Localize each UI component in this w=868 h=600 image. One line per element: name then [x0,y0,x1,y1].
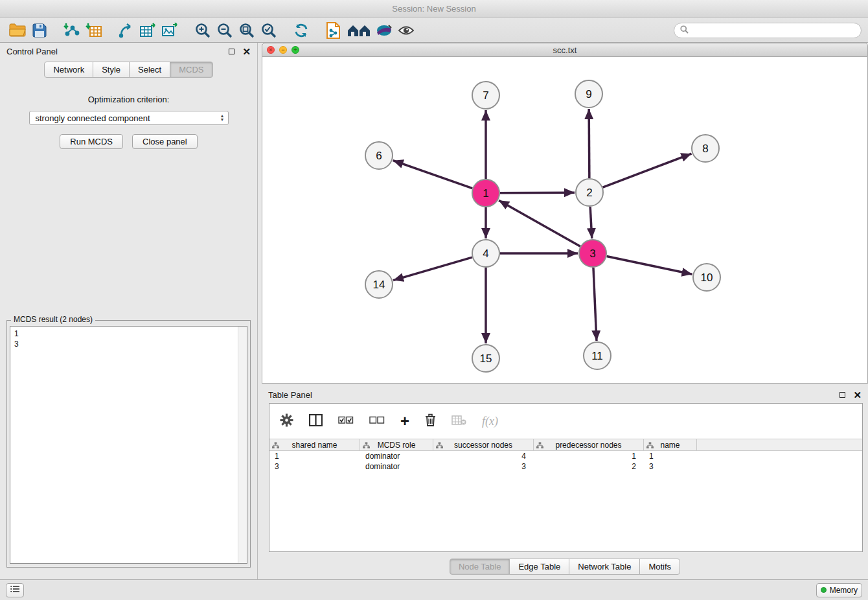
run-mcds-button[interactable]: Run MCDS [60,134,123,149]
float-panel-icon[interactable] [229,49,234,54]
graph-edge-1-2[interactable] [500,192,575,193]
tab-mcds[interactable]: MCDS [170,62,212,78]
zoom-in-icon[interactable] [192,20,214,41]
graph-node-label-2: 2 [586,187,592,199]
network-graph[interactable]: 7968124314101511 [262,57,867,383]
column-header-mcds-role[interactable]: MCDS role [360,439,433,450]
table-row[interactable]: 3dominator323 [269,461,862,472]
graph-node-label-4: 4 [483,248,488,260]
graph-edge-4-14[interactable] [393,257,472,280]
task-list-icon [10,585,19,595]
zoom-fit-icon[interactable] [236,20,258,41]
deselect-all-icon[interactable] [369,415,385,428]
first-neighbors-icon[interactable] [345,20,373,41]
open-folder-icon[interactable] [6,20,29,41]
export-image-icon[interactable] [159,20,181,41]
tab-network-table[interactable]: Network Table [569,559,640,575]
column-header-label: predecessor nodes [555,441,621,450]
network-window: scc.txt × − + 7968124314101511 [262,43,868,384]
network-document-icon[interactable] [323,20,345,41]
optimization-criterion-label: Optimization criterion: [0,95,257,104]
table-settings-gear-icon[interactable] [280,413,293,430]
control-panel-header: Control Panel ✕ [0,43,257,60]
style-brush-icon[interactable] [373,20,395,41]
tab-edge-table[interactable]: Edge Table [509,559,569,575]
table-cell-predecessor-nodes[interactable]: 1 [534,452,644,461]
graph-node-label-1: 1 [483,187,488,200]
float-table-panel-icon[interactable] [839,392,845,398]
import-network-icon[interactable] [61,20,83,41]
add-column-icon[interactable]: + [400,413,409,429]
tab-select[interactable]: Select [129,62,170,78]
show-columns-icon[interactable] [309,414,323,429]
save-icon[interactable] [29,20,51,41]
column-header-predecessor-nodes[interactable]: predecessor nodes [534,439,644,450]
table-toolbar: + f(x) [269,404,862,439]
close-table-panel-icon[interactable]: ✕ [853,390,862,400]
graph-edge-3-1[interactable] [499,200,580,246]
criterion-dropdown[interactable]: strongly connected component ▲▼ [29,111,229,125]
refresh-layout-icon[interactable] [290,20,312,41]
graph-edge-2-3[interactable] [590,207,592,238]
mcds-result-box[interactable]: 13 [10,326,247,564]
export-table-icon[interactable] [137,20,159,41]
search-box[interactable] [674,23,862,38]
zoom-selected-icon[interactable] [258,20,280,41]
graph-edge-3-11[interactable] [593,268,597,341]
table-cell-name[interactable]: 3 [644,462,697,471]
graph-node-label-15: 15 [480,352,492,365]
close-panel-button[interactable]: Close panel [132,134,198,149]
memory-button[interactable]: Memory [816,583,862,597]
graph-node-label-14: 14 [373,279,385,291]
network-canvas[interactable]: 7968124314101511 [262,57,868,384]
table-cell-name[interactable]: 1 [644,452,697,461]
table-cell-mcds-role[interactable]: dominator [360,452,433,461]
delete-column-icon[interactable] [425,413,436,430]
window-title: Session: New Session [392,4,475,14]
table-cell-shared-name[interactable]: 3 [269,462,360,471]
mcds-result-value: 3 [14,339,243,349]
control-panel-tabs: NetworkStyleSelectMCDS [0,62,257,78]
table-cell-predecessor-nodes[interactable]: 2 [534,462,644,471]
tab-node-table[interactable]: Node Table [450,559,510,575]
column-header-shared-name[interactable]: shared name [269,439,360,450]
close-panel-icon[interactable]: ✕ [242,47,251,56]
task-history-button[interactable] [6,583,24,597]
search-input[interactable] [692,25,855,35]
table-tabs: Node TableEdge TableNetwork TableMotifs [262,559,868,575]
zoom-out-icon[interactable] [214,20,236,41]
graph-edge-3-10[interactable] [607,257,692,275]
graph-node-label-6: 6 [376,150,382,162]
graph-edge-2-9[interactable] [589,109,589,178]
table-row[interactable]: 1dominator411 [269,451,862,461]
search-icon [680,25,689,36]
graph-edge-1-6[interactable] [393,161,473,189]
table-cell-shared-name[interactable]: 1 [269,452,360,461]
dropdown-stepper-icon: ▲▼ [218,114,225,122]
graph-node-label-8: 8 [702,143,708,155]
network-window-title: scc.txt [262,45,867,55]
graph-node-label-10: 10 [701,271,713,284]
main-toolbar [0,18,868,43]
tab-style[interactable]: Style [93,62,130,78]
criterion-dropdown-value: strongly connected component [36,113,150,123]
memory-button-label: Memory [830,586,858,595]
status-bar: Memory [0,579,868,600]
graph-node-label-9: 9 [586,88,591,100]
table-cell-successor-nodes[interactable]: 4 [433,452,534,461]
column-header-name[interactable]: name [644,439,697,450]
control-panel: Control Panel ✕ NetworkStyleSelectMCDS O… [0,43,258,579]
network-share-icon[interactable] [115,20,137,41]
result-scrollbar[interactable] [238,327,247,563]
tab-network[interactable]: Network [44,62,93,78]
select-all-icon[interactable] [338,415,354,428]
column-header-successor-nodes[interactable]: successor nodes [433,439,534,450]
graph-edge-2-8[interactable] [603,154,692,187]
table-cell-successor-nodes[interactable]: 3 [433,462,534,471]
tab-motifs[interactable]: Motifs [639,559,680,575]
import-table-icon[interactable] [83,20,105,41]
table-cell-mcds-role[interactable]: dominator [360,462,433,471]
mcds-result-title: MCDS result (2 nodes) [11,315,95,324]
control-panel-title: Control Panel [6,47,58,56]
show-hide-icon[interactable] [395,20,417,41]
